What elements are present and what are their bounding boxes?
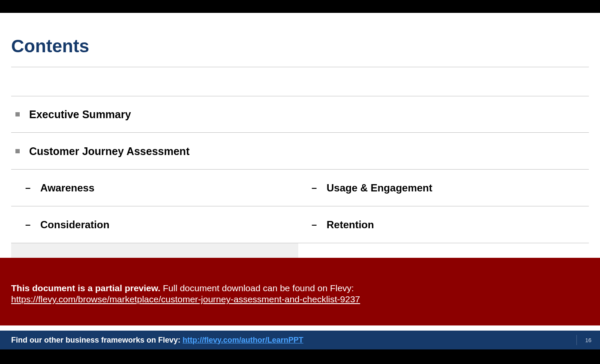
dash-bullet-icon: – [311,182,317,194]
page-number: 16 [585,337,591,343]
contents-subitem-label: Usage & Engagement [327,182,432,194]
footer-divider [576,335,577,345]
dash-bullet-icon: – [25,219,31,230]
dash-bullet-icon: – [25,182,31,194]
preview-banner: This document is a partial preview. Full… [0,258,600,325]
contents-row-exec: Executive Summary [11,96,589,133]
footer-text-label: Find our other business frameworks on Fl… [11,336,183,344]
contents-item-label: Executive Summary [29,108,131,121]
footer-link[interactable]: http://flevy.com/author/LearnPPT [183,336,303,344]
contents-row-cja: Customer Journey Assessment [11,133,589,170]
page-title: Contents [11,36,89,57]
preview-banner-link[interactable]: https://flevy.com/browse/marketplace/cus… [11,294,360,304]
contents-subitem-label: Consideration [40,219,109,231]
contents-item-exec: Executive Summary [15,96,290,133]
contents-item-label: Customer Journey Assessment [29,145,189,158]
footer-text: Find our other business frameworks on Fl… [11,336,303,345]
contents-subitem-label: Retention [327,219,374,231]
preview-banner-rest: Full document download can be found on F… [160,283,354,293]
square-bullet-icon [15,149,20,153]
preview-banner-text: This document is a partial preview. Full… [11,283,589,293]
contents-subitem-retention: – Retention [311,206,585,243]
contents-subitem-label: Awareness [40,182,94,194]
dash-bullet-icon: – [311,219,317,230]
preview-banner-bold: This document is a partial preview. [11,283,160,293]
contents-item-cja: Customer Journey Assessment [15,133,290,170]
contents-row-sub2: – Consideration – Retention [11,206,589,243]
contents-subitem-consideration: – Consideration [25,206,291,243]
slide-stage: Contents Executive Summary Customer Jour… [0,0,600,364]
contents-subitem-usage: – Usage & Engagement [311,170,585,206]
contents-row-sub1: – Awareness – Usage & Engagement [11,170,589,206]
slide-footer: Find our other business frameworks on Fl… [0,331,600,349]
contents-subitem-awareness: – Awareness [25,170,291,206]
title-divider [11,67,589,67]
square-bullet-icon [15,112,20,116]
slide-body: Contents Executive Summary Customer Jour… [0,13,600,349]
